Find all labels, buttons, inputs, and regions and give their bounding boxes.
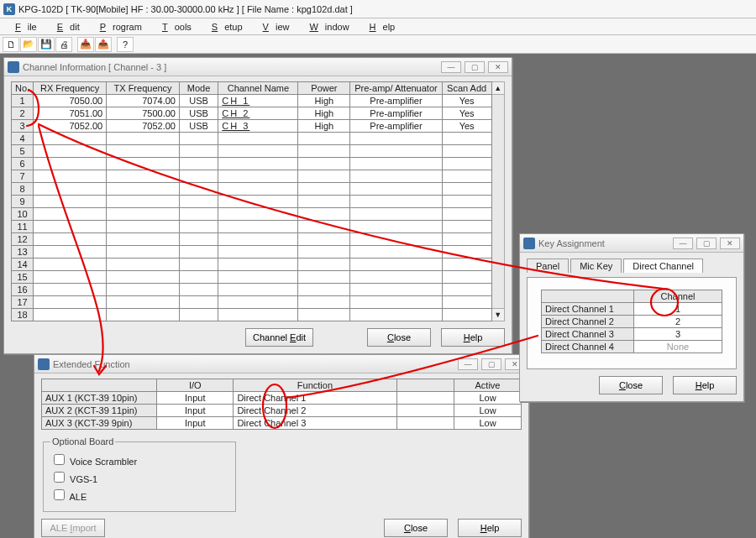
window-key-assignment-titlebar[interactable]: Key Assignment — ▢ ✕ [520,234,743,253]
window-channel-info-titlebar[interactable]: Channel Information [ Channel - 3 ] — ▢ … [4,58,512,76]
close-button[interactable]: ✕ [720,238,740,249]
table-row[interactable]: AUX 2 (KCT-39 11pin)InputDirect Channel … [42,405,522,417]
new-file-icon[interactable]: 🗋 [3,37,19,52]
tab-panel[interactable]: Panel [527,259,569,273]
app-titlebar: K KPG-102D [ TK-90[Mobile] HF : 30.00-30… [0,0,756,18]
row-number: 1 [12,95,34,107]
table-row[interactable]: 11 [12,221,492,233]
col-header: Active [454,379,522,392]
close-button[interactable]: ✕ [488,61,508,73]
optional-board-item[interactable]: Voice Scrambler [50,452,228,467]
table-row[interactable]: AUX 1 (KCT-39 10pin)InputDirect Channel … [42,392,522,405]
row-number: 3 [12,120,34,133]
table-row[interactable]: 17050.007074.00USBCH 1HighPre-amplifierY… [12,95,492,107]
window-key-assignment: Key Assignment — ▢ ✕ PanelMic KeyDirect … [519,233,744,402]
menu-tools[interactable]: Tools [149,20,198,34]
col-header: Pre-amp/ Attenuator [350,82,442,95]
menu-view[interactable]: View [249,20,297,34]
window-icon [8,61,19,73]
col-header [396,379,454,392]
window-icon [523,238,535,249]
optional-board-group: Optional Board Voice Scrambler VGS-1 ALE [43,436,236,512]
table-row[interactable]: 10 [12,208,492,221]
print-icon[interactable]: 🖨 [55,37,72,52]
read-device-icon[interactable]: 📥 [77,37,94,52]
menu-window[interactable]: Window [296,20,355,34]
app-title: KPG-102D [ TK-90[Mobile] HF : 30.00-3000… [18,4,353,14]
minimize-button[interactable]: — [441,61,461,73]
table-row[interactable]: 15 [12,271,492,284]
table-row[interactable]: 27051.007500.00USBCH 2HighPre-amplifierY… [12,107,492,120]
open-file-icon[interactable]: 📂 [20,37,37,52]
optional-board-item[interactable]: ALE [50,487,228,503]
save-file-icon[interactable]: 💾 [38,37,55,52]
minimize-button[interactable]: — [458,358,478,370]
table-row[interactable]: 7 [12,170,492,183]
table-row[interactable]: AUX 3 (KCT-39 9pin)InputDirect Channel 3… [42,417,522,430]
maximize-button[interactable]: ▢ [696,238,717,249]
row-number: 11 [12,221,34,233]
optional-board-checkbox[interactable] [54,472,65,483]
maximize-button[interactable]: ▢ [465,61,485,73]
col-header [42,379,157,392]
channel-edit-button[interactable]: Channel Edit [245,328,313,347]
minimize-button[interactable]: — [673,238,693,249]
col-header: Channel [634,290,722,303]
table-row[interactable]: 6 [12,158,492,170]
table-row[interactable]: 18 [12,309,492,321]
optional-board-item[interactable]: VGS-1 [50,469,228,485]
table-row[interactable]: 13 [12,246,492,259]
window-extended-function-titlebar[interactable]: Extended Function — ▢ ✕ [34,355,528,373]
close-button[interactable]: Close [367,328,431,347]
menu-edit[interactable]: Edit [44,20,87,34]
tab-mic-key[interactable]: Mic Key [570,259,622,273]
help-button[interactable]: Help [441,328,505,347]
close-button[interactable]: Close [599,376,663,394]
channel-table[interactable]: No.RX FrequencyTX FrequencyModeChannel N… [11,81,492,321]
table-row[interactable]: 17 [12,296,492,309]
window-key-assignment-title: Key Assignment [538,238,605,248]
table-row[interactable]: Direct Channel 11 [542,303,722,316]
table-row[interactable]: Direct Channel 22 [542,316,722,328]
aux-table[interactable]: I/OFunctionActiveAUX 1 (KCT-39 10pin)Inp… [41,379,522,430]
write-device-icon[interactable]: 📤 [95,37,112,52]
table-row[interactable]: Direct Channel 4None [542,341,722,353]
menu-help[interactable]: Help [356,20,402,34]
help-button[interactable]: Help [458,519,522,537]
menu-file[interactable]: File [2,20,44,34]
tab-direct-channel[interactable]: Direct Channel [623,259,703,273]
help-button[interactable]: Help [673,376,737,394]
table-row[interactable]: 37052.007052.00USBCH 3HighPre-amplifierY… [12,120,492,133]
table-row[interactable]: 14 [12,259,492,271]
col-header [542,290,634,303]
menu-program[interactable]: Program [87,20,149,34]
row-number: 5 [12,145,34,158]
table-row[interactable]: 9 [12,196,492,208]
col-header: Channel Name [218,82,298,95]
optional-board-checkbox[interactable] [54,489,65,500]
optional-board-legend: Optional Board [50,436,115,447]
table-row[interactable]: 16 [12,284,492,296]
help-icon[interactable]: ? [117,37,134,52]
menu-setup[interactable]: Setup [198,20,249,34]
window-channel-info-title: Channel Information [ Channel - 3 ] [23,62,166,72]
col-header: Function [234,379,396,392]
mdi-area: Channel Information [ Channel - 3 ] — ▢ … [0,54,756,538]
table-row[interactable]: 12 [12,233,492,246]
row-number: 12 [12,233,34,246]
maximize-button[interactable]: ▢ [481,358,501,370]
row-number: 8 [12,183,34,196]
channel-table-scrollbar[interactable]: ▲ ▼ [492,81,505,321]
table-row[interactable]: Direct Channel 33 [542,328,722,341]
close-button[interactable]: Close [384,519,448,537]
scroll-down-icon[interactable]: ▼ [492,308,504,321]
col-header: RX Frequency [34,82,107,95]
direct-channel-table[interactable]: ChannelDirect Channel 11Direct Channel 2… [541,290,722,353]
key-assignment-tabs: PanelMic KeyDirect Channel [527,258,737,272]
table-row[interactable]: 8 [12,183,492,196]
table-row[interactable]: 5 [12,145,492,158]
row-number: 14 [12,259,34,271]
table-row[interactable]: 4 [12,133,492,145]
optional-board-checkbox[interactable] [54,454,65,465]
scroll-up-icon[interactable]: ▲ [492,82,504,95]
